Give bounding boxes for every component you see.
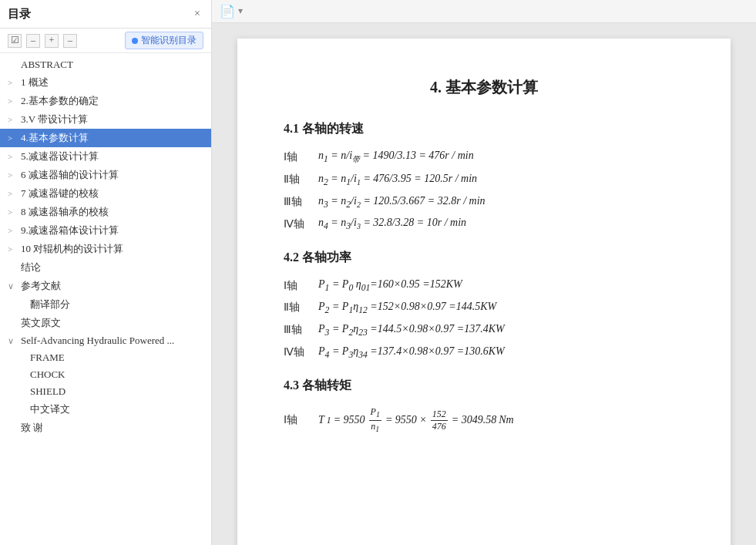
smart-btn-label: 智能识别目录 bbox=[141, 34, 197, 47]
sidebar-item-shield[interactable]: SHIELD bbox=[0, 383, 211, 400]
sidebar-item-label: SHIELD bbox=[30, 385, 66, 398]
axis-iii-power-label: Ⅲ轴 bbox=[284, 323, 318, 337]
sidebar-item-10[interactable]: > 10 对辊机构的设计计算 bbox=[0, 240, 211, 258]
doc-toolbar: 📄 ▾ bbox=[212, 0, 756, 23]
formula-axis-ii-speed: Ⅱ轴 n2 = n1/i1 = 476/3.95 = 120.5r / min bbox=[284, 173, 684, 187]
sidebar: 目录 × ☑ – + – 智能识别目录 ABSTRACT > 1 概述 > 2.… bbox=[0, 0, 212, 545]
check-icon[interactable]: ☑ bbox=[8, 34, 22, 48]
axis-ii-power-label: Ⅱ轴 bbox=[284, 301, 318, 315]
minus-icon[interactable]: – bbox=[63, 34, 77, 48]
sidebar-item-label: 结论 bbox=[21, 261, 41, 274]
formula-i-speed: n1 = n/i带 = 1490/3.13 = 476r / min bbox=[318, 150, 474, 165]
sidebar-toolbar: ☑ – + – 智能识别目录 bbox=[0, 29, 211, 53]
sidebar-item-5[interactable]: > 5.减速器设计计算 bbox=[0, 147, 211, 166]
arrow-icon: > bbox=[8, 133, 17, 143]
arrow-icon: > bbox=[8, 96, 17, 106]
sidebar-item-translation[interactable]: 翻译部分 bbox=[0, 295, 211, 314]
formula-iv-speed: n4 = n3/i3 = 32.8/3.28 = 10r / min bbox=[318, 217, 466, 231]
sidebar-item-label: 7 减速器键的校核 bbox=[21, 187, 99, 200]
sidebar-item-4[interactable]: > 4.基本参数计算 bbox=[0, 129, 211, 147]
arrow-icon: > bbox=[8, 115, 17, 124]
axis-i-label: Ⅰ轴 bbox=[284, 150, 318, 164]
sidebar-item-label: 3.V 带设计计算 bbox=[21, 113, 88, 126]
formula-axis-iv-speed: Ⅳ轴 n4 = n3/i3 = 32.8/3.28 = 10r / min bbox=[284, 217, 684, 231]
sidebar-item-7[interactable]: > 7 减速器键的校核 bbox=[0, 184, 211, 203]
sidebar-navigation: ABSTRACT > 1 概述 > 2.基本参数的确定 > 3.V 带设计计算 … bbox=[0, 53, 211, 545]
sidebar-item-label: 6 减速器轴的设计计算 bbox=[21, 168, 119, 182]
sidebar-item-label: 中文译文 bbox=[30, 402, 70, 416]
axis-iv-power-label: Ⅳ轴 bbox=[284, 345, 318, 359]
formula-axis-i-speed: Ⅰ轴 n1 = n/i带 = 1490/3.13 = 476r / min bbox=[284, 150, 684, 165]
sidebar-item-6[interactable]: > 6 减速器轴的设计计算 bbox=[0, 166, 211, 184]
sidebar-item-abstract[interactable]: ABSTRACT bbox=[0, 56, 211, 73]
formula-axis-iii-power: Ⅲ轴 P3 = P2η23 =144.5×0.98×0.97 =137.4KW bbox=[284, 323, 684, 338]
sidebar-item-label: 8 减速器轴承的校核 bbox=[21, 205, 109, 219]
sidebar-item-label: 参考文献 bbox=[21, 279, 61, 293]
sidebar-item-label: 翻译部分 bbox=[30, 298, 70, 311]
sidebar-item-references[interactable]: ∨ 参考文献 bbox=[0, 277, 211, 295]
formula-axis-iv-power: Ⅳ轴 P4 = P3η34 =137.4×0.98×0.97 =130.6KW bbox=[284, 345, 684, 360]
sidebar-title: 目录 bbox=[8, 7, 31, 22]
sidebar-header-controls: × bbox=[191, 6, 203, 22]
chapter-title: 4. 基本参数计算 bbox=[284, 77, 684, 98]
formula-axis-i-power: Ⅰ轴 P1 = P0 η01=160×0.95 =152KW bbox=[284, 278, 684, 293]
sidebar-item-label: 4.基本参数计算 bbox=[21, 131, 89, 145]
sidebar-item-label: 致 谢 bbox=[21, 421, 43, 435]
sidebar-item-acknowledgement[interactable]: 致 谢 bbox=[0, 419, 211, 437]
close-button[interactable]: × bbox=[191, 6, 203, 22]
sidebar-item-label: Self-Advancing Hydraulic Powered ... bbox=[21, 335, 174, 347]
sidebar-item-9[interactable]: > 9.减速器箱体设计计算 bbox=[0, 221, 211, 240]
expand-icon[interactable]: + bbox=[45, 34, 59, 48]
axis-iii-label: Ⅲ轴 bbox=[284, 195, 318, 209]
sidebar-item-label: 10 对辊机构的设计计算 bbox=[21, 242, 123, 256]
axis-i-torque-label: Ⅰ轴 bbox=[284, 413, 318, 427]
sidebar-item-frame[interactable]: FRAME bbox=[0, 349, 211, 366]
collapse-icon[interactable]: – bbox=[26, 34, 40, 48]
sidebar-item-3[interactable]: > 3.V 带设计计算 bbox=[0, 110, 211, 129]
doc-toolbar-arrow: ▾ bbox=[238, 5, 243, 17]
formula-axis-i-torque: Ⅰ轴 T1 = 9550 P1 n1 = 9550 × 152 476 = 30… bbox=[284, 406, 684, 434]
formula-i-power: P1 = P0 η01=160×0.95 =152KW bbox=[318, 278, 462, 293]
sidebar-item-chinese-translation[interactable]: 中文译文 bbox=[0, 400, 211, 419]
sidebar-item-conclusion[interactable]: 结论 bbox=[0, 258, 211, 277]
smart-recognize-button[interactable]: 智能识别目录 bbox=[125, 32, 203, 49]
sidebar-item-hydraulic[interactable]: ∨ Self-Advancing Hydraulic Powered ... bbox=[0, 332, 211, 349]
sidebar-header: 目录 × bbox=[0, 0, 211, 29]
arrow-icon: > bbox=[8, 189, 17, 198]
sidebar-item-english[interactable]: 英文原文 bbox=[0, 314, 211, 332]
sidebar-item-8[interactable]: > 8 减速器轴承的校核 bbox=[0, 203, 211, 221]
frac-p1-n1: P1 n1 bbox=[369, 406, 381, 434]
formula-i-torque: T1 = 9550 P1 n1 = 9550 × 152 476 = 3049.… bbox=[318, 406, 514, 434]
arrow-icon: > bbox=[8, 207, 17, 217]
section-title-43: 4.3 各轴转矩 bbox=[284, 378, 684, 394]
arrow-icon: > bbox=[8, 244, 17, 254]
arrow-icon: > bbox=[8, 78, 17, 87]
sidebar-item-label: 英文原文 bbox=[21, 316, 61, 330]
sidebar-item-label: 9.减速器箱体设计计算 bbox=[21, 224, 119, 237]
sidebar-item-1[interactable]: > 1 概述 bbox=[0, 73, 211, 92]
sidebar-item-label: 5.减速器设计计算 bbox=[21, 150, 99, 163]
document-icon: 📄 bbox=[220, 4, 235, 19]
axis-iv-label: Ⅳ轴 bbox=[284, 217, 318, 231]
document-page: 4. 基本参数计算 4.1 各轴的转速 Ⅰ轴 n1 = n/i带 = 1490/… bbox=[237, 39, 731, 545]
arrow-icon: > bbox=[8, 226, 17, 235]
formula-ii-speed: n2 = n1/i1 = 476/3.95 = 120.5r / min bbox=[318, 173, 477, 187]
arrow-icon: > bbox=[8, 170, 17, 180]
formula-iv-power: P4 = P3η34 =137.4×0.98×0.97 =130.6KW bbox=[318, 345, 505, 360]
sidebar-item-chock[interactable]: CHOCK bbox=[0, 366, 211, 383]
arrow-icon: > bbox=[8, 152, 17, 161]
sidebar-item-label: FRAME bbox=[30, 352, 65, 364]
formula-axis-iii-speed: Ⅲ轴 n3 = n2/i2 = 120.5/3.667 = 32.8r / mi… bbox=[284, 195, 684, 210]
formula-iii-speed: n3 = n2/i2 = 120.5/3.667 = 32.8r / min bbox=[318, 195, 486, 210]
arrow-icon: ∨ bbox=[8, 281, 17, 291]
sidebar-item-label: 2.基本参数的确定 bbox=[21, 94, 99, 108]
formula-ii-power: P2 = P1η12 =152×0.98×0.97 =144.5KW bbox=[318, 301, 496, 315]
formula-iii-power: P3 = P2η23 =144.5×0.98×0.97 =137.4KW bbox=[318, 323, 505, 338]
axis-i-power-label: Ⅰ轴 bbox=[284, 279, 318, 293]
sidebar-item-2[interactable]: > 2.基本参数的确定 bbox=[0, 92, 211, 110]
sidebar-item-label: 1 概述 bbox=[21, 76, 49, 89]
smart-dot-icon bbox=[132, 38, 138, 44]
formula-axis-ii-power: Ⅱ轴 P2 = P1η12 =152×0.98×0.97 =144.5KW bbox=[284, 301, 684, 315]
main-content: 📄 ▾ 4. 基本参数计算 4.1 各轴的转速 Ⅰ轴 n1 = n/i带 = 1… bbox=[212, 0, 756, 545]
axis-ii-label: Ⅱ轴 bbox=[284, 173, 318, 187]
